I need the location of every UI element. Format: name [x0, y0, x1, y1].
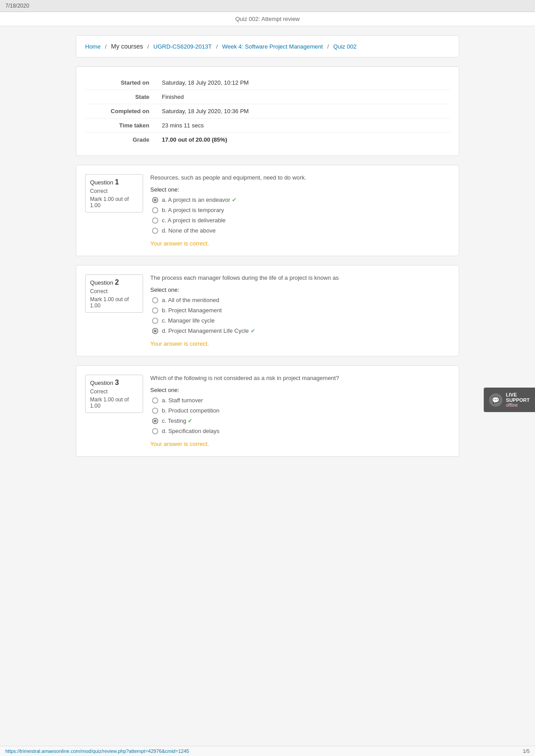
- question-1-feedback: Your answer is correct.: [150, 240, 450, 247]
- question-2-text: The process each manager follows during …: [150, 274, 450, 281]
- question-2-options: a. All of the mentioned b. Project Manag…: [152, 297, 450, 334]
- page-wrapper: Home / My courses / UGRD-CS6209-2013T / …: [67, 26, 468, 474]
- breadcrumb-course[interactable]: UGRD-CS6209-2013T: [153, 43, 212, 50]
- q1-radio-d: [152, 228, 158, 234]
- question-2-mark: Mark 1.00 out of 1.00: [90, 296, 138, 309]
- q3-option-c: c. Testing ✔: [152, 417, 450, 424]
- started-label: Started on: [85, 76, 156, 90]
- q2-option-c: c. Manager life cycle: [152, 317, 450, 324]
- q1-option-b-text: b. A project is temporary: [162, 207, 224, 213]
- q1-option-d-text: d. None of the above: [162, 227, 216, 234]
- q2-option-a-text: a. All of the mentioned: [162, 297, 219, 303]
- time-label: Time taken: [85, 119, 156, 133]
- question-2-sidebar: Question 2 Correct Mark 1.00 out of 1.00: [85, 274, 143, 313]
- breadcrumb-home[interactable]: Home: [85, 43, 101, 50]
- breadcrumb-week[interactable]: Week 4: Software Project Management: [222, 43, 323, 50]
- question-3-content: Which of the following is not considered…: [150, 375, 450, 447]
- breadcrumb-sep-1: /: [105, 43, 107, 50]
- q2-option-b: b. Project Management: [152, 307, 450, 314]
- question-3-select-label: Select one:: [150, 387, 450, 393]
- q1-option-c-text: c. A project is deliverable: [162, 217, 226, 224]
- q2-option-a: a. All of the mentioned: [152, 297, 450, 303]
- q3-correct-mark-c: ✔: [188, 417, 193, 424]
- summary-table: Started on Saturday, 18 July 2020, 10:12…: [85, 76, 450, 147]
- question-1-options: a. A project is an endeavor ✔ b. A proje…: [152, 196, 450, 234]
- q2-correct-mark-d: ✔: [251, 327, 255, 334]
- completed-value: Saturday, 18 July 2020, 10:36 PM: [156, 104, 450, 119]
- question-3-options: a. Staff turnover b. Product competition…: [152, 397, 450, 434]
- time-value: 23 mins 11 secs: [156, 119, 450, 133]
- completed-label: Completed on: [85, 104, 156, 119]
- chat-icon: 💬: [489, 393, 502, 407]
- question-3-feedback: Your answer is correct.: [150, 441, 450, 447]
- question-1-number: 1: [115, 178, 119, 186]
- q1-radio-a: [152, 197, 158, 203]
- q3-radio-c: [152, 418, 158, 424]
- summary-row-state: State Finished: [85, 90, 450, 104]
- question-1-status: Correct: [90, 188, 138, 194]
- grade-number: 17.00 out of 20.00 (85%): [162, 136, 227, 143]
- question-1-number-label: Question 1: [90, 178, 138, 186]
- q3-option-b: b. Product competition: [152, 407, 450, 414]
- q2-radio-c: [152, 318, 158, 324]
- breadcrumb-sep-2: /: [148, 43, 149, 50]
- question-3-status: Correct: [90, 388, 138, 395]
- q1-option-a: a. A project is an endeavor ✔: [152, 196, 450, 203]
- question-1-select-label: Select one:: [150, 186, 450, 193]
- breadcrumb-sep-4: /: [327, 43, 329, 50]
- question-2-content: The process each manager follows during …: [150, 274, 450, 347]
- live-chat-widget[interactable]: 💬 LIVE SUPPORT offline: [484, 388, 535, 412]
- question-3-number: 3: [115, 379, 119, 386]
- question-1-mark: Mark 1.00 out of 1.00: [90, 196, 138, 208]
- state-label: State: [85, 90, 156, 104]
- q1-option-c: c. A project is deliverable: [152, 217, 450, 224]
- q3-option-d: d. Specification delays: [152, 428, 450, 434]
- question-3-text: Which of the following is not considered…: [150, 375, 450, 381]
- breadcrumb-box: Home / My courses / UGRD-CS6209-2013T / …: [76, 35, 459, 57]
- q3-option-b-text: b. Product competition: [162, 407, 219, 414]
- q3-option-a-text: a. Staff turnover: [162, 397, 203, 404]
- q2-option-d-text: d. Project Management Life Cycle ✔: [162, 327, 255, 334]
- breadcrumb-quiz[interactable]: Quiz 002: [333, 43, 357, 50]
- q2-radio-b: [152, 307, 158, 314]
- browser-date: 7/18/2020: [5, 3, 29, 9]
- question-block-1: Question 1 Correct Mark 1.00 out of 1.00…: [76, 165, 459, 256]
- q3-radio-a: [152, 397, 158, 404]
- q1-radio-c: [152, 217, 158, 224]
- summary-row-started: Started on Saturday, 18 July 2020, 10:12…: [85, 76, 450, 90]
- q2-option-b-text: b. Project Management: [162, 307, 222, 314]
- page-title: Quiz 002: Attempt review: [235, 16, 300, 22]
- breadcrumb-sep-3: /: [216, 43, 218, 50]
- q3-radio-b: [152, 408, 158, 414]
- grade-value: 17.00 out of 20.00 (85%): [156, 133, 450, 147]
- chat-text: LIVE SUPPORT offline: [506, 392, 530, 408]
- summary-box: Started on Saturday, 18 July 2020, 10:12…: [76, 66, 459, 156]
- question-2-feedback: Your answer is correct.: [150, 340, 450, 347]
- q3-option-a: a. Staff turnover: [152, 397, 450, 404]
- question-1-content: Resources, such as people and equipment,…: [150, 174, 450, 247]
- q1-radio-b: [152, 207, 158, 213]
- question-2-select-label: Select one:: [150, 286, 450, 293]
- started-value: Saturday, 18 July 2020, 10:12 PM: [156, 76, 450, 90]
- question-3-mark: Mark 1.00 out of 1.00: [90, 396, 138, 409]
- breadcrumb-mycourses: My courses: [111, 43, 143, 50]
- question-2-number: 2: [115, 278, 119, 286]
- summary-row-completed: Completed on Saturday, 18 July 2020, 10:…: [85, 104, 450, 119]
- question-1-sidebar: Question 1 Correct Mark 1.00 out of 1.00: [85, 174, 143, 212]
- question-3-sidebar: Question 3 Correct Mark 1.00 out of 1.00: [85, 375, 143, 413]
- question-1-text: Resources, such as people and equipment,…: [150, 174, 450, 181]
- question-block-2: Question 2 Correct Mark 1.00 out of 1.00…: [76, 265, 459, 356]
- grade-label: Grade: [85, 133, 156, 147]
- chat-bubble-icon: 💬: [492, 396, 499, 404]
- summary-row-time: Time taken 23 mins 11 secs: [85, 119, 450, 133]
- q1-correct-mark-a: ✔: [232, 196, 237, 203]
- state-value: Finished: [156, 90, 450, 104]
- question-2-number-label: Question 2: [90, 278, 138, 286]
- q2-radio-a: [152, 297, 158, 303]
- page-title-bar: Quiz 002: Attempt review: [0, 12, 535, 26]
- q2-option-d: d. Project Management Life Cycle ✔: [152, 327, 450, 334]
- live-label: LIVE: [506, 392, 530, 397]
- q3-option-d-text: d. Specification delays: [162, 428, 219, 434]
- q1-option-b: b. A project is temporary: [152, 207, 450, 213]
- q2-radio-d: [152, 328, 158, 334]
